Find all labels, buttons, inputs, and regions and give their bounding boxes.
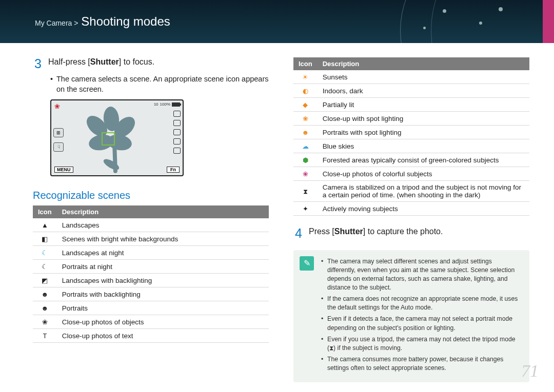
- lcd-side-icon: ☟: [53, 142, 64, 152]
- scene-icon: ☁: [301, 142, 309, 150]
- col-header-icon: Icon: [293, 57, 318, 70]
- note-item: The camera consumes more battery power, …: [321, 355, 521, 373]
- note-item: Even if you use a tripod, the camera may…: [321, 335, 521, 353]
- focus-square: [102, 132, 115, 146]
- lcd-side-icon: ⊞: [53, 128, 64, 137]
- scene-description: Portraits: [57, 301, 269, 315]
- scene-icon-cell: ☀: [293, 70, 318, 84]
- header-arc-decoration: [431, 0, 554, 43]
- scene-icon-cell: ☁: [293, 139, 318, 153]
- table-row: TClose-up photos of text: [33, 329, 269, 343]
- scene-description: Scenes with bright white backgrounds: [57, 232, 269, 246]
- col-header-desc: Description: [57, 205, 269, 218]
- scene-icon: ☾: [41, 249, 49, 257]
- page-number: 71: [521, 361, 539, 381]
- scene-icon-cell: ▲: [33, 218, 57, 232]
- left-column: 3 Half-press [Shutter] to focus. The cam…: [33, 57, 269, 382]
- lcd-icon: [173, 129, 181, 135]
- dot-decoration: [423, 27, 426, 29]
- table-row: ❀Close-up with spot lighting: [293, 112, 529, 126]
- scene-icon: ◆: [301, 100, 309, 109]
- table-row: ☾Landscapes at night: [33, 246, 269, 260]
- right-column: Icon Description ☀Sunsets◐Indoors, dark◆…: [293, 57, 529, 382]
- step-3: 3 Half-press [Shutter] to focus.: [33, 57, 269, 70]
- scene-description: Landscapes at night: [57, 246, 269, 260]
- menu-button-label: MENU: [54, 167, 73, 173]
- scene-icon: ▲: [41, 221, 49, 229]
- breadcrumb-path: My Camera >: [35, 19, 78, 27]
- table-row: ☻Portraits with backlighting: [33, 287, 269, 301]
- table-row: ✦Actively moving subjects: [293, 202, 529, 216]
- note-list: The camera may select different scenes a…: [321, 257, 521, 373]
- scene-description: Close-up photos of colorful subjects: [318, 167, 529, 181]
- scene-description: Camera is stabilized on a tripod and the…: [318, 181, 529, 202]
- scene-description: Blue skies: [318, 139, 529, 153]
- table-row: ❀Close-up photos of objects: [33, 315, 269, 329]
- lcd-count: 10: [154, 102, 159, 107]
- table-row: ◐Indoors, dark: [293, 84, 529, 98]
- lcd-battery-pct: 100%: [160, 102, 170, 107]
- scene-description: Indoors, dark: [318, 84, 529, 98]
- table-row: ☻Portraits with spot lighting: [293, 126, 529, 139]
- fn-button-label: Fn: [167, 167, 180, 173]
- scene-table-right: Icon Description ☀Sunsets◐Indoors, dark◆…: [293, 57, 529, 216]
- scene-icon: ❀: [301, 114, 309, 122]
- scene-icon: T: [41, 332, 49, 340]
- lcd-left-icons: ⊞ ☟: [53, 128, 64, 152]
- scene-icon-cell: ◩: [33, 274, 57, 287]
- scene-icon-cell: ◆: [293, 98, 318, 112]
- scene-description: Portraits with backlighting: [57, 287, 269, 301]
- scene-description: Forested areas typically consist of gree…: [318, 153, 529, 167]
- table-row: ☻Portraits: [33, 301, 269, 315]
- scene-description: Sunsets: [318, 70, 529, 84]
- scene-description: Close-up photos of objects: [57, 315, 269, 329]
- scene-icon: ☻: [41, 304, 49, 312]
- table-row: ◆Partially lit: [293, 98, 529, 112]
- scene-table-left: Icon Description ▲Landscapes◧Scenes with…: [33, 205, 269, 343]
- table-row: ▲Landscapes: [33, 218, 269, 232]
- table-row: ⧗Camera is stabilized on a tripod and th…: [293, 181, 529, 202]
- scene-description: Close-up with spot lighting: [318, 112, 529, 126]
- scene-description: Portraits with spot lighting: [318, 126, 529, 139]
- dot-decoration: [479, 22, 482, 25]
- scene-icon: ◩: [41, 276, 49, 284]
- note-item: If the camera does not recognize an appr…: [321, 295, 521, 312]
- scene-icon-cell: ◧: [33, 232, 57, 246]
- scene-icon-cell: T: [33, 329, 57, 343]
- note-box: ✎ The camera may select different scenes…: [293, 250, 529, 382]
- step-4: 4 Press [Shutter] to capture the photo.: [293, 227, 529, 240]
- step-number: 3: [33, 57, 43, 70]
- scene-icon-cell: ☾: [33, 246, 57, 260]
- scene-icon-cell: ❀: [33, 315, 57, 329]
- lcd-icon: [173, 111, 181, 117]
- scene-description: Actively moving subjects: [318, 202, 529, 216]
- scene-icon: ☻: [301, 128, 309, 136]
- lcd-icon: [173, 120, 181, 126]
- pen-icon: ✎: [300, 256, 314, 271]
- step-text: Half-press [Shutter] to focus.: [48, 57, 154, 67]
- dot-decoration: [443, 9, 446, 13]
- breadcrumb: My Camera > Shooting modes: [35, 14, 170, 29]
- lcd-right-icons: [173, 111, 181, 154]
- scene-description: Partially lit: [318, 98, 529, 112]
- scene-description: Landscapes with backlighting: [57, 274, 269, 287]
- scene-description: Close-up photos of text: [57, 329, 269, 343]
- scene-description: Landscapes: [57, 218, 269, 232]
- section-heading-recognizable: Recognizable scenes: [33, 190, 269, 201]
- lcd-illustration: ❀ 10 100% ⊞ ☟: [50, 99, 184, 176]
- scene-icon-cell: ⧗: [293, 181, 318, 202]
- scene-icon: ☀: [301, 73, 309, 81]
- scene-icon: ⬢: [301, 156, 309, 164]
- table-row: ❀Close-up photos of colorful subjects: [293, 167, 529, 181]
- scene-icon-cell: ☻: [33, 301, 57, 315]
- flower-leaf: [102, 157, 121, 172]
- table-row: ☾Portraits at night: [33, 260, 269, 274]
- scene-icon-cell: ☾: [33, 260, 57, 274]
- col-header-icon: Icon: [33, 205, 57, 218]
- page-header: My Camera > Shooting modes: [0, 0, 554, 43]
- scene-icon-cell: ⬢: [293, 153, 318, 167]
- table-row: ⬢Forested areas typically consist of gre…: [293, 153, 529, 167]
- scene-icon-cell: ❀: [293, 112, 318, 126]
- table-row: ☁Blue skies: [293, 139, 529, 153]
- table-row: ◩Landscapes with backlighting: [33, 274, 269, 287]
